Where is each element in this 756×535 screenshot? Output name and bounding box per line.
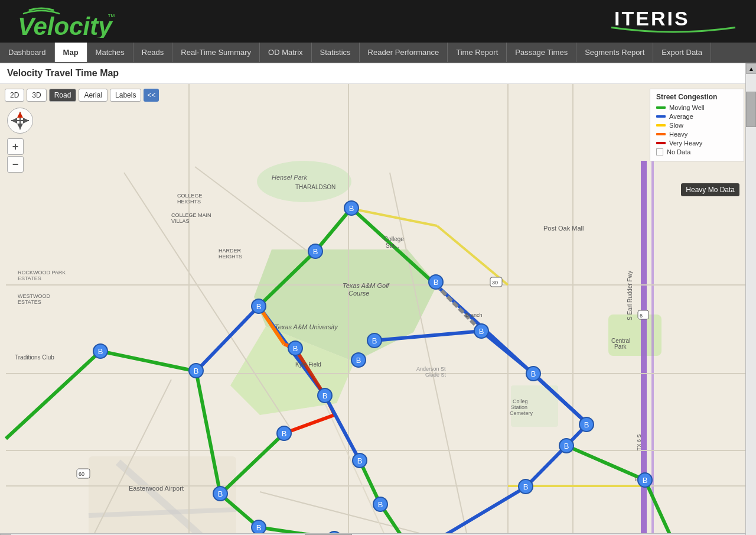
page-title: Velocity Travel Time Map: [0, 63, 756, 84]
nav-item-matches[interactable]: Matches: [87, 43, 133, 62]
svg-point-4: [257, 161, 351, 202]
svg-text:Velocity: Velocity: [18, 12, 113, 38]
right-scroll-track[interactable]: [746, 74, 756, 535]
logo-area: Velocity ™: [12, 5, 142, 38]
legend-item-average: Average: [656, 113, 738, 120]
nav-item-reads[interactable]: Reads: [133, 43, 173, 62]
btn-collapse[interactable]: <<: [144, 89, 159, 102]
nav-item-segments-report[interactable]: Segments Report: [576, 43, 653, 62]
velocity-logo: Velocity ™: [12, 5, 142, 38]
nav-item-time-report[interactable]: Time Report: [448, 43, 507, 62]
svg-text:ITERIS: ITERIS: [614, 7, 690, 30]
compass-cross: [11, 112, 29, 129]
nav-item-od-matrix[interactable]: OD Matrix: [260, 43, 312, 62]
btn-labels[interactable]: Labels: [110, 89, 141, 102]
zoom-in-button[interactable]: +: [7, 138, 24, 155]
compass-control[interactable]: [7, 108, 33, 134]
btn-2d[interactable]: 2D: [5, 89, 24, 102]
iteris-logo-svg: ITERIS: [608, 4, 738, 37]
nav-item-reader-perf[interactable]: Reader Performance: [360, 43, 448, 62]
legend-box-no-data: [656, 148, 663, 155]
nav-item-export-data[interactable]: Export Data: [653, 43, 711, 62]
nav-item-statistics[interactable]: Statistics: [312, 43, 360, 62]
nav-item-realtime[interactable]: Real-Time Summary: [172, 43, 260, 62]
legend-item-moving-well: Moving Well: [656, 104, 738, 111]
right-scroll-thumb[interactable]: [746, 92, 756, 127]
svg-text:™: ™: [107, 12, 115, 21]
legend-color-average: [656, 115, 666, 118]
map-svg: [0, 84, 756, 533]
legend-color-moving-well: [656, 106, 666, 109]
legend-color-heavy: [656, 133, 666, 135]
right-scrollbar[interactable]: ▲ ▼: [745, 63, 756, 535]
legend-color-very-heavy: [656, 142, 666, 144]
btn-3d[interactable]: 3D: [27, 89, 46, 102]
legend-item-very-heavy: Very Heavy: [656, 140, 738, 147]
legend-title: Street Congestion: [656, 93, 738, 101]
map-container[interactable]: 2D 3D Road Aerial Labels << + − Street C…: [0, 84, 756, 533]
legend-item-heavy: Heavy: [656, 131, 738, 138]
header: Velocity ™ ITERIS: [0, 0, 756, 43]
map-controls: 2D 3D Road Aerial Labels <<: [5, 89, 159, 102]
legend-item-slow: Slow: [656, 122, 738, 129]
btn-aerial[interactable]: Aerial: [79, 89, 107, 102]
nav-item-map[interactable]: Map: [55, 43, 87, 62]
heavy-mo-tooltip: Heavy Mo Data: [681, 183, 739, 196]
nav-item-dashboard[interactable]: Dashboard: [0, 43, 55, 62]
nav-bar: Dashboard Map Matches Reads Real-Time Su…: [0, 43, 756, 63]
btn-road[interactable]: Road: [49, 89, 77, 102]
scroll-up-arrow[interactable]: ▲: [746, 63, 756, 74]
legend-color-slow: [656, 124, 666, 127]
legend: Street Congestion Moving Well Average Sl…: [650, 89, 744, 161]
zoom-out-button[interactable]: −: [7, 156, 24, 173]
nav-item-passage-times[interactable]: Passage Times: [507, 43, 576, 62]
iteris-logo: ITERIS: [608, 4, 738, 39]
legend-item-no-data: No Data: [656, 148, 738, 155]
